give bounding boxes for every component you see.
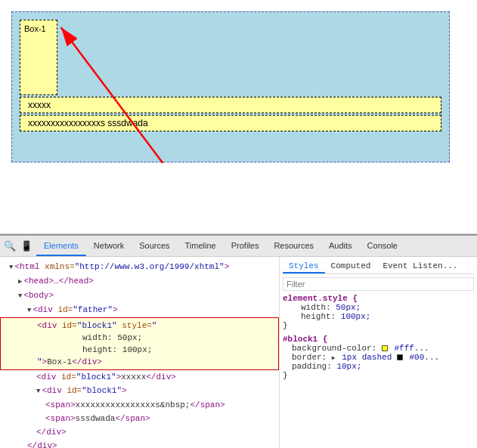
elem-block1-xxxxx[interactable]: <div id="block1">xxxxx</div> bbox=[0, 370, 279, 384]
elem-father[interactable]: ▼<div id="father"> bbox=[0, 303, 279, 317]
triangle-icon: ▼ bbox=[36, 388, 40, 395]
elem-block1-spans[interactable]: ▼<div id="block1"> bbox=[0, 384, 279, 398]
devtools-panel: 🔍 📱 Elements Network Sources Timeline Pr… bbox=[0, 234, 477, 448]
elem-span-sssdwada[interactable]: <span>sssdwada</span> bbox=[0, 412, 279, 425]
expand-icon[interactable]: ▶ bbox=[332, 354, 336, 361]
elem-head[interactable]: ▶<head>…</head> bbox=[0, 274, 279, 289]
xxxxx-row: xxxxx bbox=[20, 97, 441, 113]
preview-content: Box-1 xxxxx xxxxxxxxxxxxxxxxs sssdwada bbox=[11, 11, 466, 222]
styles-filter-input[interactable] bbox=[283, 277, 474, 291]
elem-body[interactable]: ▼<body> bbox=[0, 289, 279, 303]
tab-console[interactable]: Console bbox=[360, 236, 405, 256]
tab-event-listeners[interactable]: Event Listen... bbox=[376, 260, 463, 273]
tab-network[interactable]: Network bbox=[86, 236, 132, 256]
style-rule-element: element.style { width: 50px; height: 100… bbox=[283, 294, 474, 330]
tab-elements[interactable]: Elements bbox=[36, 236, 86, 256]
box1-label: Box-1 bbox=[24, 24, 46, 33]
elem-block1-styled[interactable]: <div id="block1" style=" width: 50px; he… bbox=[0, 317, 279, 370]
tab-audits[interactable]: Audits bbox=[321, 236, 360, 256]
devtools-toolbar: 🔍 📱 Elements Network Sources Timeline Pr… bbox=[0, 236, 477, 257]
style-rule-block1: #block1 { background-color: #fff... bord… bbox=[283, 335, 474, 380]
style-prop-width: width: 50px; bbox=[283, 303, 474, 312]
style-brace-close: } bbox=[283, 371, 288, 380]
tab-sources[interactable]: Sources bbox=[132, 236, 177, 256]
xxxxxxxxx-text: xxxxxxxxxxxxxxxxs sssdwada bbox=[28, 118, 148, 128]
triangle-icon: ▼ bbox=[9, 264, 13, 271]
tab-styles[interactable]: Styles bbox=[283, 260, 325, 273]
triangle-icon: ▼ bbox=[27, 307, 31, 314]
svg-line-1 bbox=[61, 27, 163, 162]
father-div: Box-1 xxxxx xxxxxxxxxxxxxxxxs sssdwada bbox=[11, 11, 450, 162]
elements-panel[interactable]: ▼<html xmlns="http://www.w3.org/1999/xht… bbox=[0, 257, 280, 448]
color-swatch-yellow bbox=[382, 345, 388, 351]
devtools-tabs: Elements Network Sources Timeline Profil… bbox=[36, 236, 405, 256]
style-selector-block1: #block1 { bbox=[283, 335, 327, 344]
color-swatch-black bbox=[397, 354, 403, 360]
arrow-overlay bbox=[12, 12, 449, 178]
style-prop-height: height: 100px; bbox=[283, 312, 474, 321]
browser-preview: Box-1 xxxxx xxxxxxxxxxxxxxxxs sssdwada bbox=[0, 0, 477, 234]
style-prop-padding: padding: 10px; bbox=[283, 362, 474, 371]
triangle-icon: ▶ bbox=[18, 278, 22, 286]
xxxxxxxxx-row: xxxxxxxxxxxxxxxxs sssdwada bbox=[20, 115, 441, 131]
triangle-icon: ▼ bbox=[18, 292, 22, 300]
box1-element: Box-1 bbox=[20, 20, 57, 95]
style-prop-bgcolor: background-color: #fff... bbox=[283, 344, 474, 353]
styles-panel: Styles Computed Event Listen... element.… bbox=[280, 257, 477, 448]
style-selector: element.style { bbox=[283, 294, 358, 303]
xxxxx-text: xxxxx bbox=[28, 100, 51, 110]
elem-div-close: </div> bbox=[0, 425, 279, 439]
tab-profiles[interactable]: Profiles bbox=[224, 236, 267, 256]
style-brace: } bbox=[283, 321, 288, 330]
device-icon[interactable]: 📱 bbox=[20, 239, 33, 253]
elem-father-close: </div> bbox=[0, 439, 279, 448]
style-prop-border: border: ▶ 1px dashed #00... bbox=[283, 353, 474, 362]
tab-resources[interactable]: Resources bbox=[266, 236, 321, 256]
devtools-body: ▼<html xmlns="http://www.w3.org/1999/xht… bbox=[0, 257, 477, 448]
elem-span-xxxxxxxxx[interactable]: <span>xxxxxxxxxxxxxxxxs&nbsp;</span> bbox=[0, 398, 279, 412]
elem-html[interactable]: ▼<html xmlns="http://www.w3.org/1999/xht… bbox=[0, 260, 279, 274]
tab-timeline[interactable]: Timeline bbox=[178, 236, 224, 256]
styles-tabs: Styles Computed Event Listen... bbox=[283, 260, 474, 274]
search-icon[interactable]: 🔍 bbox=[3, 239, 17, 253]
tab-computed[interactable]: Computed bbox=[325, 260, 377, 273]
